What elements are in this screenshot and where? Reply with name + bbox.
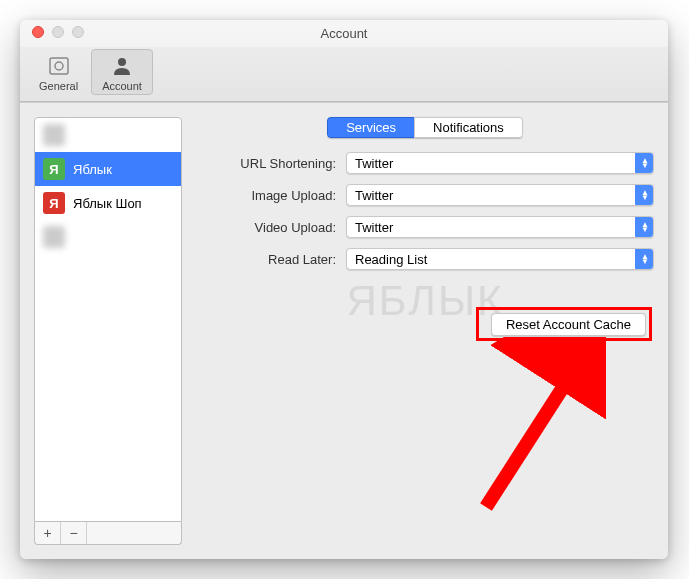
reset-area: Reset Account Cache <box>491 313 646 336</box>
avatar <box>43 124 65 146</box>
tab-account[interactable]: Account <box>91 49 153 95</box>
svg-point-1 <box>55 62 63 70</box>
label: Image Upload: <box>196 188 336 203</box>
account-list: Я Яблык Я Яблык Шоп <box>34 117 182 522</box>
read-later-select[interactable]: Reading List ▲▼ <box>346 248 654 270</box>
list-footer: + − <box>34 522 182 545</box>
select-value: Reading List <box>355 252 427 267</box>
content: Я Яблык Я Яблык Шоп + − Servi <box>20 103 668 559</box>
list-item[interactable] <box>35 220 181 254</box>
label: URL Shortening: <box>196 156 336 171</box>
label: Video Upload: <box>196 220 336 235</box>
sidebar: Я Яблык Я Яблык Шоп + − <box>34 117 182 545</box>
close-icon[interactable] <box>32 26 44 38</box>
window-title: Account <box>20 26 668 47</box>
list-item[interactable]: Я Яблык <box>35 152 181 186</box>
select-value: Twitter <box>355 188 393 203</box>
preferences-window: Account General Account <box>20 20 668 559</box>
account-name: Яблык Шоп <box>73 196 142 211</box>
list-item[interactable]: Я Яблык Шоп <box>35 186 181 220</box>
svg-rect-0 <box>50 58 68 74</box>
add-button[interactable]: + <box>35 522 61 544</box>
main-panel: Services Notifications URL Shortening: T… <box>196 117 654 545</box>
chevron-updown-icon: ▲▼ <box>641 158 649 168</box>
row-read-later: Read Later: Reading List ▲▼ <box>196 248 654 270</box>
remove-button[interactable]: − <box>61 522 87 544</box>
person-icon <box>108 54 136 78</box>
segmented-control: Services Notifications <box>196 117 654 138</box>
reset-account-cache-button[interactable]: Reset Account Cache <box>491 313 646 336</box>
account-name: Яблык <box>73 162 112 177</box>
row-url-shortening: URL Shortening: Twitter ▲▼ <box>196 152 654 174</box>
tab-services[interactable]: Services <box>327 117 414 138</box>
list-item[interactable] <box>35 118 181 152</box>
avatar <box>43 226 65 248</box>
row-video-upload: Video Upload: Twitter ▲▼ <box>196 216 654 238</box>
svg-point-2 <box>118 58 126 66</box>
avatar: Я <box>43 192 65 214</box>
tab-notifications[interactable]: Notifications <box>414 117 523 138</box>
label: Read Later: <box>196 252 336 267</box>
select-value: Twitter <box>355 156 393 171</box>
image-upload-select[interactable]: Twitter ▲▼ <box>346 184 654 206</box>
minimize-icon[interactable] <box>52 26 64 38</box>
chevron-updown-icon: ▲▼ <box>641 222 649 232</box>
annotation-arrow-icon <box>426 337 606 527</box>
avatar: Я <box>43 158 65 180</box>
settings-form: URL Shortening: Twitter ▲▼ Image Upload:… <box>196 152 654 270</box>
chevron-updown-icon: ▲▼ <box>641 254 649 264</box>
url-shortening-select[interactable]: Twitter ▲▼ <box>346 152 654 174</box>
toolbar: General Account <box>20 47 668 102</box>
svg-line-3 <box>486 367 576 507</box>
chevron-updown-icon: ▲▼ <box>641 190 649 200</box>
tab-label: Account <box>102 80 142 92</box>
traffic-lights <box>20 26 94 38</box>
tab-general[interactable]: General <box>28 49 89 95</box>
gear-icon <box>45 54 73 78</box>
row-image-upload: Image Upload: Twitter ▲▼ <box>196 184 654 206</box>
video-upload-select[interactable]: Twitter ▲▼ <box>346 216 654 238</box>
titlebar: Account General Account <box>20 20 668 103</box>
maximize-icon[interactable] <box>72 26 84 38</box>
tab-label: General <box>39 80 78 92</box>
watermark-text: ЯБЛЫК <box>346 277 503 325</box>
select-value: Twitter <box>355 220 393 235</box>
